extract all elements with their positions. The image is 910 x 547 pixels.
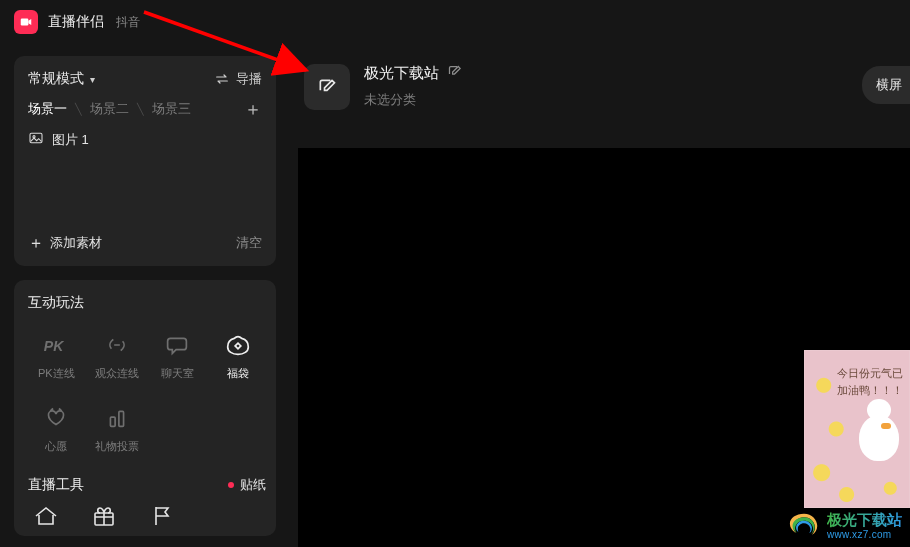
edit-title-button[interactable] bbox=[447, 64, 462, 83]
svg-rect-6 bbox=[119, 411, 124, 426]
add-source-button[interactable]: ＋ 添加素材 bbox=[28, 234, 102, 252]
tool-flag-icon[interactable] bbox=[148, 504, 176, 528]
interact-audience-link[interactable]: 观众连线 bbox=[89, 326, 146, 385]
pk-icon: PK bbox=[39, 330, 73, 360]
interact-label: 聊天室 bbox=[161, 366, 194, 381]
chevron-down-icon: ▾ bbox=[90, 74, 95, 85]
app-logo bbox=[14, 10, 38, 34]
svg-rect-5 bbox=[110, 417, 115, 426]
tool-home-icon[interactable] bbox=[32, 504, 60, 528]
interact-panel: 互动玩法 PK PK连线 观众连线 bbox=[14, 280, 276, 536]
tab-separator: ╲ bbox=[137, 103, 144, 116]
plus-icon: ＋ bbox=[28, 235, 44, 251]
chat-icon bbox=[160, 330, 194, 360]
clear-button[interactable]: 清空 bbox=[236, 234, 262, 252]
scene-tab-3[interactable]: 场景三 bbox=[152, 100, 191, 118]
orientation-button[interactable]: 横屏 bbox=[862, 66, 910, 104]
source-item-label: 图片 1 bbox=[52, 131, 89, 149]
add-scene-button[interactable]: ＋ bbox=[244, 100, 262, 118]
room-title: 极光下载站 bbox=[364, 64, 439, 83]
image-icon bbox=[28, 130, 44, 149]
sidebar: 常规模式 ▾ 导播 场景一 ╲ 场景二 ╲ 场景三 ＋ bbox=[0, 44, 290, 547]
sticker-text: 今日份元气已 加油鸭！！！ bbox=[837, 365, 903, 398]
category-selector[interactable]: 未选分类 bbox=[364, 91, 462, 109]
swap-icon bbox=[214, 71, 230, 87]
main-area: 极光下载站 未选分类 横屏 今日份元气已 加油鸭！！！ 极光下载站 bbox=[290, 44, 910, 547]
interact-label: 观众连线 bbox=[95, 366, 139, 381]
tools-icon-row bbox=[28, 494, 266, 528]
edit-cover-button[interactable] bbox=[304, 64, 350, 110]
sticker-label: 贴纸 bbox=[240, 476, 266, 494]
switch-director-button[interactable]: 导播 bbox=[214, 70, 262, 88]
interact-label: 心愿 bbox=[45, 439, 67, 454]
poll-icon bbox=[100, 403, 134, 433]
sticker-button[interactable]: 贴纸 bbox=[228, 476, 266, 494]
mode-label: 常规模式 bbox=[28, 70, 84, 88]
interact-chatroom[interactable]: 聊天室 bbox=[149, 326, 206, 385]
interact-label: PK连线 bbox=[38, 366, 75, 381]
link-icon bbox=[100, 330, 134, 360]
interact-gift-vote[interactable]: 礼物投票 bbox=[89, 399, 146, 458]
scene-tabs: 场景一 ╲ 场景二 ╲ 场景三 bbox=[28, 100, 191, 118]
svg-rect-2 bbox=[30, 133, 42, 142]
interact-label: 福袋 bbox=[227, 366, 249, 381]
tool-gift-icon[interactable] bbox=[90, 504, 118, 528]
sticker-preview[interactable]: 今日份元气已 加油鸭！！！ bbox=[804, 350, 910, 508]
switch-director-label: 导播 bbox=[236, 70, 262, 88]
luckybag-icon bbox=[221, 330, 255, 360]
interact-wish[interactable]: 心愿 bbox=[28, 399, 85, 458]
scene-tab-2[interactable]: 场景二 bbox=[90, 100, 129, 118]
interact-label: 礼物投票 bbox=[95, 439, 139, 454]
add-source-label: 添加素材 bbox=[50, 234, 102, 252]
interact-title: 互动玩法 bbox=[28, 294, 266, 312]
app-title: 直播伴侣 bbox=[48, 13, 104, 31]
tab-separator: ╲ bbox=[75, 103, 82, 116]
source-item[interactable]: 图片 1 bbox=[28, 130, 262, 149]
mode-dropdown[interactable]: 常规模式 ▾ bbox=[28, 70, 95, 88]
title-bar: 直播伴侣 抖音 bbox=[0, 0, 910, 44]
scene-tab-1[interactable]: 场景一 bbox=[28, 100, 67, 118]
notification-dot bbox=[228, 482, 234, 488]
tools-title: 直播工具 bbox=[28, 476, 84, 494]
svg-text:PK: PK bbox=[44, 338, 64, 354]
svg-rect-1 bbox=[21, 19, 29, 26]
wish-icon bbox=[39, 403, 73, 433]
app-subtitle: 抖音 bbox=[116, 14, 140, 31]
interact-luckybag[interactable]: 福袋 bbox=[210, 326, 267, 385]
interact-pk[interactable]: PK PK连线 bbox=[28, 326, 85, 385]
scene-panel: 常规模式 ▾ 导播 场景一 ╲ 场景二 ╲ 场景三 ＋ bbox=[14, 56, 276, 266]
